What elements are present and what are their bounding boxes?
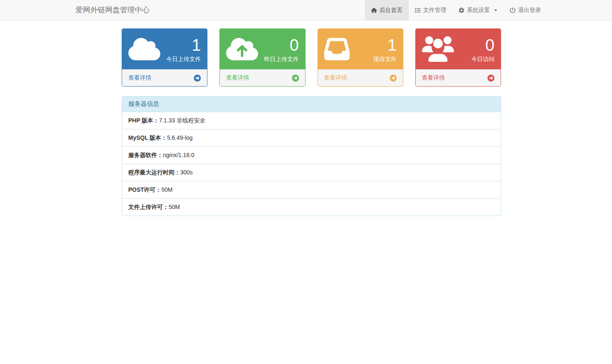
view-details-label: 查看详情 — [128, 74, 151, 82]
row-label: 文件上传许可： — [128, 204, 169, 210]
stat-card-today-visits: 0 今日访问 查看详情 — [415, 28, 501, 87]
row-label: PHP 版本： — [128, 117, 159, 124]
stat-label: 今日访问 — [471, 56, 494, 63]
server-info-panel: 服务器信息 PHP 版本：7.1.33 非线程安全 MySQL 版本：5.6.4… — [122, 96, 501, 216]
row-label: POST许可： — [128, 186, 161, 193]
caret-down-icon — [494, 9, 497, 11]
nav-item-file-management[interactable]: 文件管理 — [409, 0, 452, 20]
nav-menu: 后台首页 文件管理 系统设置 退出登录 — [365, 0, 547, 20]
view-details-link[interactable]: 查看详情 — [318, 69, 403, 86]
arrow-circle-right-icon — [292, 75, 299, 82]
stat-value: 0 — [471, 35, 494, 54]
arrow-circle-right-icon — [487, 75, 494, 82]
row-value: 300s — [180, 169, 193, 176]
arrow-circle-right-icon — [194, 75, 201, 82]
view-details-link[interactable]: 查看详情 — [416, 69, 501, 86]
stat-card-heading: 1 现存文件 — [318, 29, 403, 69]
stat-card-yesterday-uploads: 0 昨日上传文件 查看详情 — [219, 28, 305, 87]
row-label: 服务器软件： — [128, 152, 163, 158]
nav-item-label: 后台首页 — [379, 7, 403, 14]
server-info-title: 服务器信息 — [122, 96, 501, 112]
view-details-link[interactable]: 查看详情 — [220, 69, 305, 86]
main-content: 1 今日上传文件 查看详情 0 昨日上传文件 — [122, 21, 501, 216]
stat-card-heading: 1 今日上传文件 — [122, 29, 207, 69]
stat-value: 1 — [166, 35, 201, 54]
inbox-icon — [324, 36, 350, 62]
row-value: 7.1.33 非线程安全 — [159, 117, 205, 124]
nav-item-label: 文件管理 — [423, 7, 446, 14]
power-icon — [510, 7, 515, 13]
server-info-row-mysql: MySQL 版本：5.6.49-log — [122, 129, 501, 147]
nav-item-system-settings[interactable]: 系统设置 — [452, 0, 504, 20]
view-details-label: 查看详情 — [324, 74, 347, 82]
stat-card-heading: 0 今日访问 — [416, 29, 501, 69]
view-details-link[interactable]: 查看详情 — [122, 69, 207, 86]
nav-item-logout[interactable]: 退出登录 — [504, 0, 547, 20]
stat-card-heading: 0 昨日上传文件 — [220, 29, 305, 69]
arrow-circle-right-icon — [390, 75, 397, 82]
view-details-label: 查看详情 — [422, 74, 445, 82]
list-icon — [415, 7, 421, 13]
cloud-upload-icon — [226, 36, 258, 62]
app-title: 爱网外链网盘管理中心 — [65, 0, 150, 20]
nav-item-dashboard[interactable]: 后台首页 — [365, 0, 409, 20]
stat-value: 1 — [374, 35, 397, 54]
nav-item-label: 系统设置 — [467, 7, 490, 14]
stat-label: 今日上传文件 — [166, 56, 201, 63]
stat-card-today-uploads: 1 今日上传文件 查看详情 — [122, 28, 207, 87]
server-info-row-php: PHP 版本：7.1.33 非线程安全 — [122, 112, 501, 129]
row-value: 5.6.49-log — [167, 134, 193, 141]
stat-card-existing-files: 1 现存文件 查看详情 — [318, 28, 403, 87]
row-value: 50M — [169, 204, 180, 210]
nav-item-label: 退出登录 — [518, 7, 541, 14]
users-icon — [422, 36, 454, 62]
row-label: MySQL 版本： — [128, 134, 167, 141]
server-info-row-upload-limit: 文件上传许可：50M — [122, 199, 501, 216]
server-info-row-max-execution-time: 程序最大运行时间：300s — [122, 164, 501, 181]
server-info-row-post-limit: POST许可：50M — [122, 181, 501, 199]
gear-icon — [459, 7, 464, 13]
row-value: nginx/1.18.0 — [163, 152, 194, 158]
home-icon — [371, 7, 377, 13]
stat-cards-row: 1 今日上传文件 查看详情 0 昨日上传文件 — [122, 28, 501, 87]
server-info-row-server-software: 服务器软件：nginx/1.18.0 — [122, 147, 501, 164]
stat-value: 0 — [264, 35, 299, 54]
stat-label: 昨日上传文件 — [264, 56, 299, 63]
top-navbar: 爱网外链网盘管理中心 后台首页 文件管理 系统设置 — [0, 0, 612, 21]
stat-label: 现存文件 — [374, 56, 397, 63]
view-details-label: 查看详情 — [226, 74, 249, 82]
row-value: 50M — [161, 186, 172, 193]
cloud-icon — [128, 36, 160, 62]
row-label: 程序最大运行时间： — [128, 169, 180, 176]
